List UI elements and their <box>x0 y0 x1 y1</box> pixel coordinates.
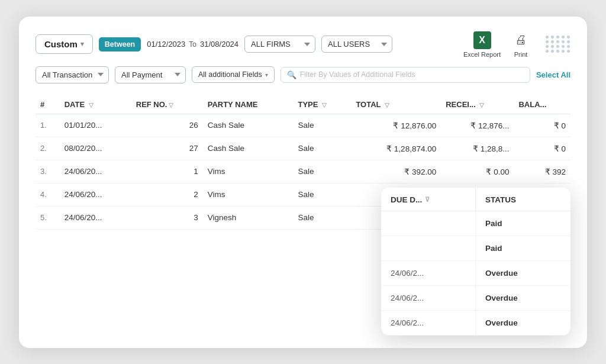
popup-status-cell: Overdue <box>476 311 570 335</box>
col-party: PARTY NAME <box>203 94 294 114</box>
cell-total: ₹ 392.00 <box>351 160 441 183</box>
popup-row: 24/06/2... Overdue <box>381 286 570 311</box>
search-placeholder-text: Filter By Values of Additional Fields <box>300 70 415 79</box>
cell-ref: 26 <box>131 114 203 137</box>
col-total: TOTAL ▽ <box>351 94 441 114</box>
date-filter-icon[interactable]: ▽ <box>89 102 94 108</box>
firms-select[interactable]: ALL FIRMS <box>244 36 315 53</box>
table-row: 2. 08/02/20... 27 Cash Sale Sale ₹ 1,28,… <box>36 137 570 160</box>
cell-type: Sale <box>293 206 351 229</box>
cell-num: 4. <box>36 183 60 206</box>
popup-row: Paid <box>381 211 570 236</box>
cell-ref: 27 <box>131 137 203 160</box>
to-label: To <box>189 40 196 49</box>
cell-date: 24/06/20... <box>60 183 131 206</box>
custom-label: Custom <box>44 39 78 49</box>
cell-ref: 2 <box>131 183 203 206</box>
filter-search-box[interactable]: 🔍 Filter By Values of Additional Fields <box>281 67 530 83</box>
cell-balance: ₹ 392 <box>514 160 570 183</box>
custom-dropdown-button[interactable]: Custom ▾ <box>36 34 93 54</box>
excel-icon: X <box>473 31 492 50</box>
cell-type: Sale <box>293 137 351 160</box>
cell-date: 01/01/20... <box>60 114 131 137</box>
cell-total: ₹ 12,876.00 <box>351 114 441 137</box>
popup-status-header: STATUS <box>476 188 570 211</box>
print-icon: 🖨 <box>511 31 530 50</box>
col-refno: REF NO.▽ <box>131 94 203 114</box>
popup-status-cell: Overdue <box>476 286 570 310</box>
toolbar-right: X Excel Report 🖨 Print <box>463 31 570 58</box>
between-badge: Between <box>99 37 141 51</box>
popup-row: 24/06/2... Overdue <box>381 311 570 336</box>
table-wrapper: # DATE ▽ REF NO.▽ PARTY NAME TYPE ▽ TOTA… <box>36 94 570 230</box>
cell-num: 2. <box>36 137 60 160</box>
cell-received: ₹ 12,876... <box>441 114 514 137</box>
popup-header: DUE D... ⊽ STATUS <box>381 188 570 211</box>
date-from: 01/12/2023 <box>147 40 185 49</box>
cell-ref: 1 <box>131 160 203 183</box>
col-received: RECEI... ▽ <box>441 94 514 114</box>
cell-num: 3. <box>36 160 60 183</box>
print-button[interactable]: 🖨 Print <box>511 31 530 58</box>
col-date: DATE ▽ <box>60 94 131 114</box>
excel-report-label: Excel Report <box>463 51 501 58</box>
all-payment-select[interactable]: All Payment <box>115 66 186 83</box>
cell-num: 1. <box>36 114 60 137</box>
cell-party: Vignesh <box>203 206 294 229</box>
print-label: Print <box>514 51 528 58</box>
popup-status-cell: Paid <box>476 211 570 236</box>
refno-filter-icon[interactable]: ▽ <box>169 102 173 108</box>
popup-due-date-cell <box>381 211 476 236</box>
total-filter-icon[interactable]: ▽ <box>385 102 389 108</box>
users-select[interactable]: ALL USERS <box>321 36 392 53</box>
all-transaction-select[interactable]: All Transaction <box>36 66 109 83</box>
due-date-filter-icon[interactable]: ⊽ <box>425 196 430 204</box>
cell-ref: 3 <box>131 206 203 229</box>
col-balance: BALA... <box>514 94 570 114</box>
cell-received: ₹ 1,28,8... <box>441 137 514 160</box>
cell-party: Cash Sale <box>203 137 294 160</box>
date-range: 01/12/2023 To 31/08/2024 <box>147 40 238 49</box>
toolbar-row2: All Transaction All Payment All addition… <box>36 66 570 83</box>
date-to: 31/08/2024 <box>200 40 238 49</box>
cell-received: ₹ 0.00 <box>441 160 514 183</box>
popup-row: 24/06/2... Overdue <box>381 261 570 286</box>
additional-fields-chevron-icon: ▾ <box>265 72 268 78</box>
popup-rows: Paid Paid 24/06/2... Overdue 24/06/2... … <box>381 211 570 336</box>
popup-due-date-cell: 24/06/2... <box>381 286 476 310</box>
cell-type: Sale <box>293 160 351 183</box>
cell-num: 5. <box>36 206 60 229</box>
chevron-down-icon: ▾ <box>80 40 84 48</box>
additional-fields-label: All additional Fields <box>198 70 262 79</box>
table-header-row: # DATE ▽ REF NO.▽ PARTY NAME TYPE ▽ TOTA… <box>36 94 570 114</box>
cell-party: Vims <box>203 160 294 183</box>
cell-date: 24/06/20... <box>60 160 131 183</box>
cell-type: Sale <box>293 114 351 137</box>
select-all-button[interactable]: Select All <box>536 70 570 79</box>
cell-balance: ₹ 0 <box>514 137 570 160</box>
cell-type: Sale <box>293 183 351 206</box>
toolbar-row1: Custom ▾ Between 01/12/2023 To 31/08/202… <box>36 31 570 58</box>
popup-due-date-cell <box>381 236 476 260</box>
main-card: Custom ▾ Between 01/12/2023 To 31/08/202… <box>19 17 587 348</box>
cell-date: 08/02/20... <box>60 137 131 160</box>
col-type: TYPE ▽ <box>293 94 351 114</box>
type-filter-icon[interactable]: ▽ <box>322 102 327 108</box>
additional-fields-button[interactable]: All additional Fields ▾ <box>192 66 275 83</box>
table-row: 1. 01/01/20... 26 Cash Sale Sale ₹ 12,87… <box>36 114 570 137</box>
cell-total: ₹ 1,28,874.00 <box>351 137 441 160</box>
excel-report-button[interactable]: X Excel Report <box>463 31 501 58</box>
cell-party: Cash Sale <box>203 114 294 137</box>
popup-due-date-header: DUE D... ⊽ <box>381 188 476 211</box>
received-filter-icon[interactable]: ▽ <box>479 102 484 108</box>
cell-balance: ₹ 0 <box>514 114 570 137</box>
status-popup-card: DUE D... ⊽ STATUS Paid Paid 24/06/2... O… <box>381 188 570 336</box>
table-row: 3. 24/06/20... 1 Vims Sale ₹ 392.00 ₹ 0.… <box>36 160 570 183</box>
popup-status-cell: Paid <box>476 236 570 260</box>
popup-status-cell: Overdue <box>476 261 570 285</box>
col-num: # <box>36 94 60 114</box>
popup-row: Paid <box>381 236 570 261</box>
cell-party: Vims <box>203 183 294 206</box>
dots-grid <box>546 36 570 53</box>
popup-due-date-cell: 24/06/2... <box>381 261 476 285</box>
